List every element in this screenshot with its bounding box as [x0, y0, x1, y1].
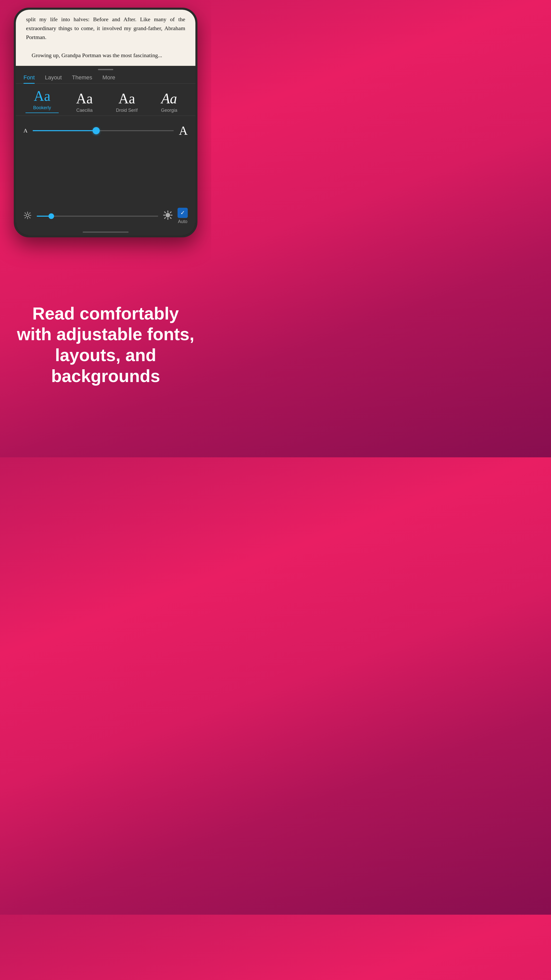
font-option-georgia[interactable]: Aa Georgia — [152, 91, 186, 113]
font-name-bookerly: Bookerly — [33, 105, 51, 110]
svg-line-7 — [30, 213, 30, 213]
book-text: split my life into halves: Before and Af… — [26, 15, 185, 60]
font-size-slider-thumb[interactable] — [93, 127, 100, 134]
font-option-caecilia[interactable]: Aa Caecilia — [68, 91, 101, 113]
auto-brightness-checkbox[interactable]: ✓ Auto — [178, 208, 188, 224]
tab-themes[interactable]: Themes — [72, 74, 92, 83]
font-underline-bookerly — [25, 113, 59, 113]
font-size-small-label: A — [24, 127, 27, 134]
home-indicator — [83, 231, 129, 233]
font-option-droid-serif[interactable]: Aa Droid Serif — [110, 91, 143, 113]
svg-line-14 — [165, 212, 165, 213]
font-name-georgia: Georgia — [161, 108, 177, 113]
brightness-row: ✓ Auto — [16, 204, 195, 229]
font-sample-droid-serif: Aa — [118, 91, 135, 106]
drag-handle[interactable] — [98, 69, 113, 70]
font-sample-georgia: Aa — [161, 91, 177, 106]
checkbox-icon: ✓ — [178, 208, 188, 218]
marketing-headline: Read comfortably with adjustable fonts, … — [15, 303, 196, 387]
svg-line-16 — [170, 212, 171, 213]
bottom-panel: Font Layout Themes More Aa Bookerly Aa C… — [16, 66, 195, 235]
font-size-slider-row: A A — [16, 116, 195, 145]
tab-font[interactable]: Font — [24, 74, 35, 83]
phone-frame: split my life into halves: Before and Af… — [14, 8, 197, 237]
svg-line-17 — [165, 218, 165, 218]
font-option-bookerly[interactable]: Aa Bookerly — [25, 89, 59, 113]
brightness-high-icon — [163, 210, 172, 221]
font-options: Aa Bookerly Aa Caecilia Aa Droid Serif A… — [16, 84, 195, 116]
tab-layout[interactable]: Layout — [45, 74, 62, 83]
checkmark-icon: ✓ — [180, 210, 185, 216]
brightness-low-icon — [24, 211, 32, 221]
auto-label: Auto — [178, 219, 187, 224]
marketing-section: Read comfortably with adjustable fonts, … — [0, 237, 211, 457]
svg-line-5 — [25, 213, 26, 213]
svg-line-15 — [170, 218, 171, 218]
brightness-slider-thumb[interactable] — [48, 213, 54, 219]
font-size-slider-track[interactable] — [33, 130, 174, 131]
book-text-area: split my life into halves: Before and Af… — [16, 10, 195, 66]
font-sample-bookerly: Aa — [34, 89, 50, 103]
phone-screen: split my life into halves: Before and Af… — [16, 10, 195, 235]
font-name-caecilia: Caecilia — [76, 108, 93, 113]
font-sample-caecilia: Aa — [76, 91, 93, 106]
tab-more[interactable]: More — [103, 74, 115, 83]
svg-point-0 — [26, 214, 29, 217]
font-size-large-label: A — [179, 124, 188, 138]
font-name-droid-serif: Droid Serif — [116, 108, 138, 113]
tabs-bar: Font Layout Themes More — [16, 72, 195, 84]
font-size-slider-fill — [33, 130, 96, 131]
svg-line-8 — [25, 217, 26, 218]
brightness-slider-track[interactable] — [37, 216, 158, 217]
svg-point-9 — [166, 213, 170, 217]
svg-line-6 — [30, 217, 30, 218]
